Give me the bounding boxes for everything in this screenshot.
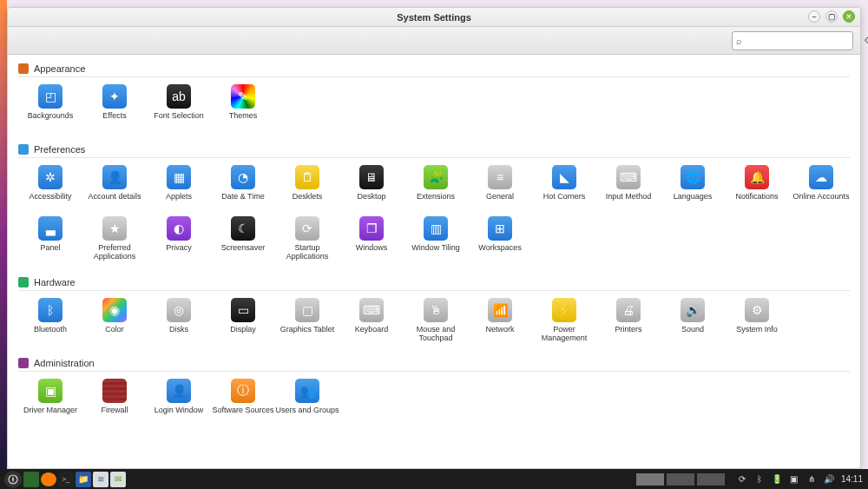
workspace-switcher[interactable] [636,473,725,486]
applets-icon: ▦ [167,165,191,189]
item-startup-applications[interactable]: ⟳Startup Applications [275,215,339,267]
item-label: Power Management [532,325,596,343]
item-disks[interactable]: ◎Disks [147,296,211,348]
item-label: Login Window [155,406,204,423]
item-login-window[interactable]: 👤Login Window [147,377,211,428]
tray-display-icon[interactable]: ▣ [786,472,802,487]
tray-bluetooth-icon[interactable]: ᛒ [752,472,767,487]
item-notifications[interactable]: 🔔Notifications [725,163,789,215]
desktop-icon: 🖥 [359,165,384,189]
item-bluetooth[interactable]: ᛒBluetooth [18,296,82,348]
tray-network-icon[interactable]: ⋔ [804,472,819,487]
taskbar[interactable]: >_ 📁 ≋ ✉ ⟳ ᛒ 🔋 ▣ ⋔ 🔊 14:11 [0,469,868,489]
item-extensions[interactable]: 🧩Extensions [404,163,468,215]
item-font-selection[interactable]: abFont Selection [147,83,211,134]
item-screensaver[interactable]: ☾Screensaver [211,215,275,267]
settings-content[interactable]: Appearance◰Backgrounds✦EffectsabFont Sel… [8,55,860,468]
clear-icon[interactable]: ⌫ [865,36,868,45]
section-icon [18,277,29,287]
system-settings-window: System Settings – ▢ × ⌕ ⌫ Appearance◰Bac… [7,7,861,469]
maximize-button[interactable]: ▢ [825,10,838,23]
sound-icon: 🔊 [681,298,705,322]
item-desklets[interactable]: 🗒Desklets [275,163,339,215]
accessibility-icon: ✲ [38,165,62,189]
close-button[interactable]: × [843,10,855,23]
item-label: Languages [674,192,713,209]
item-themes[interactable]: ✎Themes [211,83,275,134]
desktop-button[interactable] [23,472,39,487]
files-button[interactable]: 📁 [76,472,91,487]
item-keyboard[interactable]: ⌨Keyboard [339,296,404,348]
section-administration: Administration▣Driver ManagerFirewall👤Lo… [18,353,850,428]
item-color[interactable]: ◉Color [82,296,147,348]
terminal-button[interactable]: >_ [58,472,74,487]
item-label: Account details [88,192,141,209]
search-input[interactable] [745,33,865,49]
workspace-2[interactable] [667,473,694,486]
window-title: System Settings [397,12,471,23]
item-preferred-applications[interactable]: ★Preferred Applications [82,215,147,267]
tray-volume-icon[interactable]: 🔊 [821,472,837,487]
item-effects[interactable]: ✦Effects [82,83,147,134]
item-general[interactable]: ≡General [468,163,532,215]
item-privacy[interactable]: ◐Privacy [147,215,211,267]
tray-battery-icon[interactable]: 🔋 [769,472,785,487]
backgrounds-icon: ◰ [38,84,62,109]
tray-update-icon[interactable]: ⟳ [734,472,750,487]
item-label: Software Sources [212,406,273,423]
clock[interactable]: 14:11 [841,474,863,484]
item-backgrounds[interactable]: ◰Backgrounds [18,83,82,134]
item-mouse-touchpad[interactable]: 🖱Mouse and Touchpad [404,296,468,348]
graphics-tablet-icon: ▢ [295,298,319,322]
item-input-method[interactable]: ⌨Input Method [596,163,661,215]
toolbar: ⌕ ⌫ [8,27,860,55]
titlebar[interactable]: System Settings – ▢ × [8,8,860,27]
search-field[interactable]: ⌕ ⌫ [732,31,853,50]
item-printers[interactable]: 🖨Printers [596,296,661,348]
item-network[interactable]: 📶Network [468,296,532,348]
item-languages[interactable]: 🌐Languages [661,163,725,215]
item-label: System Info [736,325,778,342]
item-system-info[interactable]: ⚙System Info [725,296,789,348]
workspace-3[interactable] [697,473,725,486]
item-desktop[interactable]: 🖥Desktop [339,163,404,215]
item-label: Network [485,325,514,342]
menu-button[interactable] [4,471,22,488]
item-accessibility[interactable]: ✲Accessibility [18,163,82,215]
minimize-button[interactable]: – [808,10,820,23]
section-title: Appearance [34,63,85,74]
search-icon: ⌕ [736,36,742,46]
item-display[interactable]: ▭Display [211,296,275,348]
item-account-details[interactable]: 👤Account details [82,163,147,215]
item-users-groups[interactable]: 👥Users and Groups [275,377,339,428]
item-label: Printers [615,325,641,342]
app-button-2[interactable]: ✉ [110,472,126,487]
item-windows[interactable]: ❐Windows [339,215,404,267]
section-hardware: HardwareᛒBluetooth◉Color◎Disks▭Display▢G… [18,272,850,348]
item-graphics-tablet[interactable]: ▢Graphics Tablet [275,296,339,348]
item-online-accounts[interactable]: ☁Online Accounts [789,163,853,215]
online-accounts-icon: ☁ [809,165,833,189]
section-header: Appearance [18,58,850,77]
item-sound[interactable]: 🔊Sound [661,296,725,348]
workspace-1[interactable] [636,473,664,486]
item-hot-corners[interactable]: ◣Hot Corners [532,163,596,215]
items-grid: ▣Driver ManagerFirewall👤Login WindowⓘSof… [18,377,850,428]
item-label: Hot Corners [543,192,586,209]
font-selection-icon: ab [167,84,191,109]
app-button-1[interactable]: ≋ [93,472,108,487]
item-panel[interactable]: ▃Panel [18,215,82,267]
item-software-sources[interactable]: ⓘSoftware Sources [211,377,275,428]
item-label: Firewall [101,406,128,423]
section-title: Hardware [34,277,76,287]
section-icon [18,144,29,155]
item-date-time[interactable]: ◔Date & Time [211,163,275,215]
item-window-tiling[interactable]: ▥Window Tiling [404,215,468,267]
item-workspaces[interactable]: ⊞Workspaces [468,215,532,267]
item-label: Windows [356,243,388,261]
item-driver-manager[interactable]: ▣Driver Manager [18,377,82,428]
item-firewall[interactable]: Firewall [82,377,147,428]
item-applets[interactable]: ▦Applets [147,163,211,215]
item-power-management[interactable]: ⚡Power Management [532,296,596,348]
firefox-button[interactable] [41,472,56,486]
